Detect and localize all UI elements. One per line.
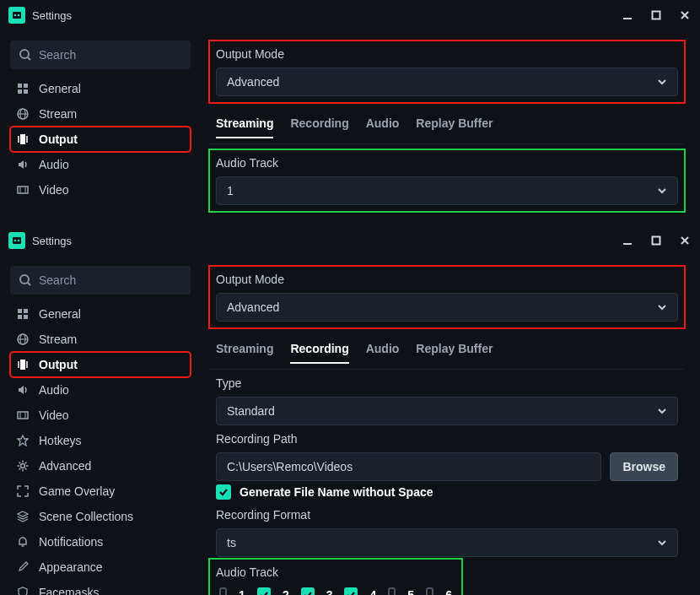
sidebar-item-scene-collections[interactable]: Scene Collections <box>10 504 191 529</box>
svg-rect-10 <box>24 84 28 88</box>
sidebar-item-video[interactable]: Video <box>10 403 191 428</box>
tab-replay-buffer[interactable]: Replay Buffer <box>416 342 493 364</box>
tab-streaming[interactable]: Streaming <box>216 116 273 138</box>
svg-rect-41 <box>18 412 28 419</box>
sidebar-item-label: Audio <box>39 158 184 171</box>
film-icon <box>17 409 30 421</box>
search-icon <box>19 273 32 287</box>
svg-line-8 <box>28 57 30 60</box>
sidebar-item-stream[interactable]: Stream <box>10 327 191 352</box>
gen-filename-label: Generate File Name without Space <box>240 485 433 499</box>
audio-track-block: Audio Track 1 <box>209 149 685 212</box>
svg-point-24 <box>18 240 20 242</box>
expand-icon <box>17 485 30 497</box>
sidebar-item-hotkeys[interactable]: Hotkeys <box>10 428 191 453</box>
tab-recording[interactable]: Recording <box>290 342 348 364</box>
tab-recording[interactable]: Recording <box>290 116 348 138</box>
star-icon <box>17 435 30 446</box>
minimize-icon[interactable] <box>621 8 634 22</box>
svg-rect-9 <box>18 84 22 88</box>
sidebar-item-label: Game Overlay <box>39 484 184 498</box>
tab-audio[interactable]: Audio <box>366 342 400 364</box>
type-value: Standard <box>227 404 275 418</box>
svg-rect-12 <box>24 89 28 94</box>
main-panel: Output Mode Advanced Streaming Recording… <box>201 30 700 225</box>
sidebar-item-notifications[interactable]: Notifications <box>10 529 191 554</box>
titlebar: Settings <box>0 0 700 30</box>
recording-path-input[interactable]: C:\Users\Remco\Videos <box>216 452 601 481</box>
svg-line-52 <box>19 468 21 470</box>
sidebar-item-label: Output <box>39 358 184 371</box>
sidebar-item-video[interactable]: Video <box>10 177 191 203</box>
tab-audio[interactable]: Audio <box>366 116 400 138</box>
search-input[interactable] <box>10 266 191 295</box>
audio-track-2-checkbox[interactable] <box>257 587 271 595</box>
gen-filename-checkbox[interactable] <box>216 484 231 500</box>
browse-button[interactable]: Browse <box>610 452 678 481</box>
sidebar-item-output[interactable]: Output <box>10 352 191 377</box>
svg-rect-32 <box>24 309 28 313</box>
recording-format-label: Recording Format <box>216 508 678 522</box>
sidebar-item-audio[interactable]: Audio <box>10 377 191 403</box>
search-field[interactable] <box>39 48 182 62</box>
output-icon <box>17 359 30 371</box>
svg-rect-38 <box>20 360 25 370</box>
output-tabs: Streaming Recording Audio Replay Buffer <box>209 335 685 370</box>
audio-track-3-checkbox[interactable] <box>301 587 315 595</box>
search-field[interactable] <box>39 273 182 287</box>
sidebar-item-advanced[interactable]: Advanced <box>10 453 191 479</box>
audio-track-4-checkbox[interactable] <box>344 587 358 595</box>
type-label: Type <box>216 376 678 390</box>
audio-track-5-checkbox[interactable] <box>388 587 396 595</box>
sidebar-item-stream[interactable]: Stream <box>10 101 191 127</box>
audio-track-1-checkbox[interactable] <box>219 587 227 595</box>
type-block: Type Standard <box>209 370 685 425</box>
output-mode-value: Advanced <box>227 300 279 314</box>
sidebar-item-label: Video <box>39 408 184 422</box>
sidebar-item-general[interactable]: General <box>10 301 191 327</box>
maximize-icon[interactable] <box>649 234 663 247</box>
recording-format-select[interactable]: ts <box>216 528 678 557</box>
svg-rect-11 <box>18 89 22 94</box>
audio-track-2-label: 2 <box>283 588 289 595</box>
svg-line-30 <box>28 283 30 285</box>
svg-rect-16 <box>20 134 25 144</box>
svg-point-7 <box>20 50 29 58</box>
sidebar-item-label: Notifications <box>39 535 184 549</box>
search-input[interactable] <box>10 41 191 69</box>
audio-track-select[interactable]: 1 <box>216 176 678 205</box>
audio-track-block: Audio Track 1 2 3 4 5 6 <box>209 559 462 595</box>
sidebar-item-label: Stream <box>39 107 184 121</box>
minimize-icon[interactable] <box>621 234 634 247</box>
tab-replay-buffer[interactable]: Replay Buffer <box>416 116 493 138</box>
output-mode-select[interactable]: Advanced <box>216 293 678 322</box>
sidebar-item-game-overlay[interactable]: Game Overlay <box>10 479 191 504</box>
output-mode-block: Output Mode Advanced <box>209 266 685 328</box>
svg-rect-26 <box>653 237 660 245</box>
sidebar-item-label: Audio <box>39 383 184 397</box>
output-mode-select[interactable]: Advanced <box>216 68 678 96</box>
close-icon[interactable] <box>678 8 692 22</box>
globe-icon <box>17 108 30 120</box>
tab-streaming[interactable]: Streaming <box>216 342 273 364</box>
maximize-icon[interactable] <box>649 8 663 22</box>
recording-path-label: Recording Path <box>216 432 678 446</box>
sidebar-item-label: Output <box>39 133 184 146</box>
app-icon <box>8 7 25 24</box>
output-mode-value: Advanced <box>227 75 279 89</box>
svg-point-1 <box>14 14 17 17</box>
sidebar-item-general[interactable]: General <box>10 76 191 101</box>
output-mode-label: Output Mode <box>216 47 678 61</box>
audio-track-6-checkbox[interactable] <box>426 587 433 595</box>
type-select[interactable]: Standard <box>216 397 678 425</box>
sidebar-item-output[interactable]: Output <box>10 127 191 152</box>
audio-track-label: Audio Track <box>216 565 455 579</box>
sidebar-item-audio[interactable]: Audio <box>10 152 191 177</box>
sidebar-item-facemasks[interactable]: Facemasks <box>10 580 191 595</box>
audio-track-label: Audio Track <box>216 156 678 170</box>
window-recording: Settings General Stream Output Audio Vid… <box>0 225 700 595</box>
close-icon[interactable] <box>678 234 692 247</box>
sidebar-item-label: General <box>39 82 184 95</box>
sidebar-item-appearance[interactable]: Appearance <box>10 554 191 580</box>
search-icon <box>19 48 32 62</box>
